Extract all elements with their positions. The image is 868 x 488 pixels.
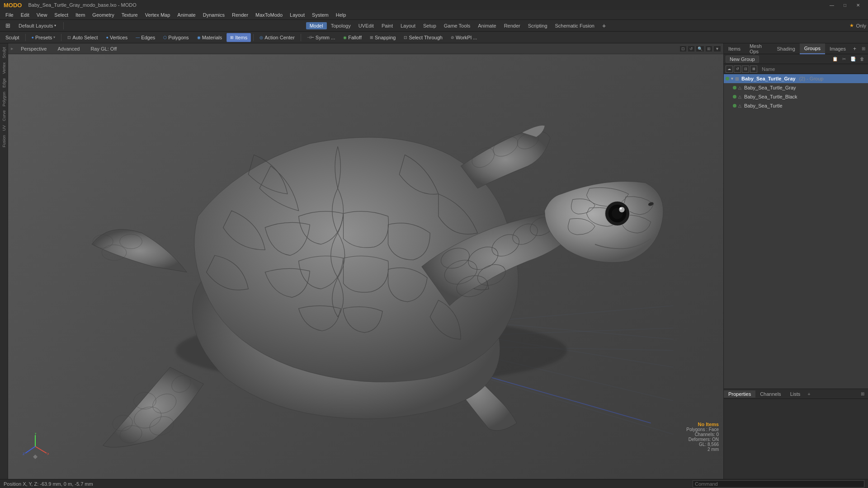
maximize-button[interactable]: □ (839, 0, 851, 10)
tree-item-item2[interactable]: △ Baby_Sea_Turtle_Black (724, 92, 868, 101)
menu-vertex-map[interactable]: Vertex Map (142, 11, 174, 19)
groups-cut-icon[interactable]: ✂ (840, 55, 848, 63)
items-button[interactable]: ⊞ Items (226, 33, 251, 42)
bottom-expand-icon[interactable]: ⊞ (859, 390, 866, 397)
tab-groups[interactable]: Groups (800, 43, 825, 54)
menu-animate[interactable]: Animate (174, 11, 199, 19)
sidebar-item-uv[interactable]: UV (1, 123, 7, 133)
default-layouts-dropdown[interactable]: Default Layouts ▾ (15, 22, 60, 29)
tab-items[interactable]: Items (724, 43, 745, 54)
viewport-axes-indicator: X Y Z (22, 433, 49, 461)
auto-select-button[interactable]: ⊡ Auto Select (64, 33, 101, 42)
symmetry-button[interactable]: ⊣⊢ Symm ... (303, 33, 339, 42)
falloff-button[interactable]: ◉ Falloff (340, 33, 365, 42)
groups-col-icon-2[interactable]: ↺ (734, 66, 741, 73)
sculpt-button[interactable]: Sculpt (2, 33, 23, 42)
select-through-button[interactable]: ⊡ Select Through (400, 33, 446, 42)
tab-game-tools[interactable]: Game Tools (440, 22, 474, 29)
sidebar-item-edge[interactable]: Edge (1, 76, 7, 89)
menu-render[interactable]: Render (228, 11, 252, 19)
bottom-tab-channels[interactable]: Channels (755, 390, 785, 398)
vertices-icon: ● (106, 35, 108, 40)
action-center-button[interactable]: ◎ Action Center (256, 33, 298, 42)
polygons-button[interactable]: ⬡ Polygons (160, 33, 192, 42)
presets-label: Presets (35, 35, 52, 40)
materials-button[interactable]: ◉ Materials (193, 33, 226, 42)
tab-shading[interactable]: Shading (772, 43, 799, 54)
minimize-button[interactable]: — (826, 0, 838, 10)
sidebar-item-fusion[interactable]: Fusion (1, 133, 7, 149)
workplane-button[interactable]: ⊘ WorkPl ... (447, 33, 481, 42)
tab-paint[interactable]: Paint (378, 22, 396, 29)
tab-topology[interactable]: Topology (327, 22, 354, 29)
menu-geometry[interactable]: Geometry (89, 11, 118, 19)
groups-paste-icon[interactable]: 📑 (849, 55, 857, 63)
presets-button[interactable]: ● Presets ▾ (28, 33, 59, 42)
viewport-icon-grid[interactable]: ⊞ (706, 46, 712, 52)
tab-scripting[interactable]: Scripting (524, 22, 551, 29)
sidebar-item-polygon[interactable]: Polygon (1, 90, 7, 108)
tab-schematic-fusion[interactable]: Schematic Fusion (552, 22, 598, 29)
polygons-info: Polygons : Face (686, 427, 719, 432)
snapping-button[interactable]: ⊞ Snapping (366, 33, 400, 42)
groups-col-icon-3[interactable]: ⊡ (742, 66, 749, 73)
viewport-icon-search[interactable]: 🔍 (696, 46, 704, 52)
edges-button[interactable]: — Edges (132, 33, 159, 42)
tab-render[interactable]: Render (500, 22, 524, 29)
tab-images[interactable]: Images (825, 43, 850, 54)
tab-uvedit[interactable]: UVEdit (355, 22, 377, 29)
viewport-container[interactable]: ▸ Perspective Advanced Ray GL: Off ⊡ ↺ 🔍… (8, 43, 723, 479)
command-input[interactable] (693, 480, 864, 488)
menu-system[interactable]: System (308, 11, 332, 19)
groups-tree[interactable]: ▾ ⊞ Baby_Sea_Turtle_Gray (2) - Group △ B… (724, 74, 868, 231)
tree-item-item3[interactable]: △ Baby_Sea_Turtle (724, 101, 868, 110)
close-button[interactable]: ✕ (852, 0, 864, 10)
menu-file[interactable]: File (2, 11, 17, 19)
tab-layout[interactable]: Layout (397, 22, 419, 29)
menu-dynamics[interactable]: Dynamics (199, 11, 228, 19)
viewport-collapse-icon[interactable]: ▸ (11, 46, 14, 52)
menu-view[interactable]: View (33, 11, 51, 19)
viewport-perspective-dropdown[interactable]: Perspective (17, 45, 50, 52)
materials-icon: ◉ (197, 35, 201, 40)
viewport-header: ▸ Perspective Advanced Ray GL: Off ⊡ ↺ 🔍… (8, 43, 723, 54)
tab-setup[interactable]: Setup (420, 22, 440, 29)
groups-col-icon-4[interactable]: ⊞ (750, 66, 757, 73)
bottom-tab-properties[interactable]: Properties (724, 390, 755, 398)
tab-animate[interactable]: Animate (474, 22, 500, 29)
menu-maxtomodo[interactable]: MaxToModo (252, 11, 286, 19)
sidebar-item-curve[interactable]: Curve (1, 108, 7, 123)
edges-icon: — (136, 35, 140, 40)
tab-mesh-ops[interactable]: Mesh Ops (745, 43, 773, 54)
add-layout-tab-button[interactable]: + (599, 21, 609, 30)
panel-expand-button[interactable]: ⊞ (859, 45, 868, 52)
bottom-tab-lists[interactable]: Lists (786, 390, 805, 398)
tab-model[interactable]: Model (306, 22, 327, 29)
menu-edit[interactable]: Edit (17, 11, 33, 19)
svg-text:Y: Y (34, 433, 37, 436)
select-through-label: Select Through (409, 35, 442, 40)
groups-delete-icon[interactable]: 🗑 (858, 55, 866, 63)
layouts-icon-button[interactable]: ⊞ (2, 21, 14, 30)
menu-help[interactable]: Help (332, 11, 350, 19)
menu-item[interactable]: Item (72, 11, 89, 19)
add-panel-tab-button[interactable]: + (850, 44, 859, 53)
sidebar-item-sculpt[interactable]: Sculpt (1, 45, 7, 60)
groups-col-icon-1[interactable]: ☁ (726, 66, 733, 73)
menu-texture[interactable]: Texture (118, 11, 142, 19)
viewport-ray-gl-button[interactable]: Ray GL: Off (87, 45, 120, 52)
viewport-icon-more[interactable]: ▼ (714, 46, 721, 52)
vertices-button[interactable]: ● Vertices (103, 33, 132, 42)
new-group-button[interactable]: New Group (726, 56, 759, 63)
bottom-tab-add[interactable]: + (805, 390, 813, 398)
viewport-icon-reset[interactable]: ↺ (688, 46, 694, 52)
menu-select[interactable]: Select (51, 11, 72, 19)
viewport-canvas[interactable]: No Items Polygons : Face Channels: 0 Def… (8, 54, 723, 479)
tree-item-group1[interactable]: ▾ ⊞ Baby_Sea_Turtle_Gray (2) - Group (724, 74, 868, 83)
tree-item-item1[interactable]: △ Baby_Sea_Turtle_Gray (724, 83, 868, 92)
viewport-advanced-button[interactable]: Advanced (54, 45, 83, 52)
viewport-icon-layout[interactable]: ⊡ (680, 46, 686, 52)
groups-copy-icon[interactable]: 📋 (831, 55, 839, 63)
menu-layout[interactable]: Layout (286, 11, 308, 19)
sidebar-item-vertex[interactable]: Vertex (1, 61, 7, 76)
